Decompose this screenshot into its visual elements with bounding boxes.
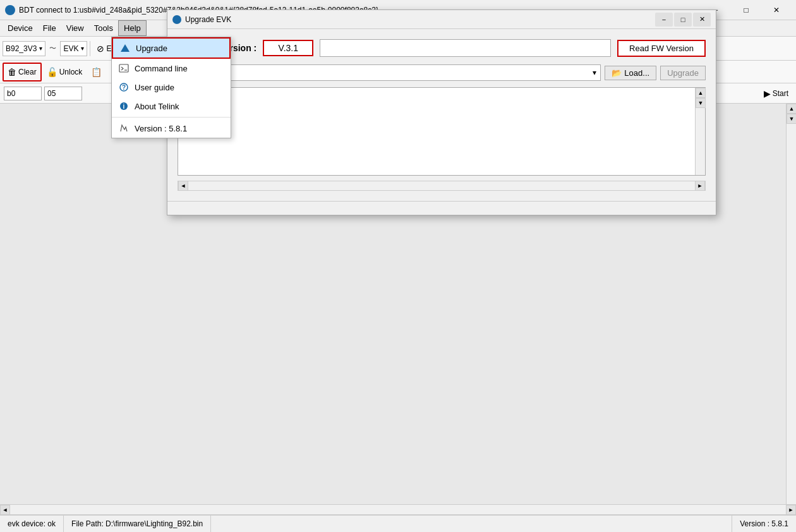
- load-label: Load...: [624, 68, 649, 78]
- dialog-title: Upgrade EVK: [185, 15, 655, 24]
- menu-sep: [112, 117, 231, 118]
- dialog-controls: − □ ✕: [655, 13, 711, 27]
- upgrade-icon: [119, 42, 131, 54]
- about-telink-icon: i: [118, 100, 130, 112]
- dialog-scroll-up[interactable]: ▲: [696, 88, 706, 98]
- dialog-icon: [172, 15, 181, 24]
- load-button[interactable]: 📂 Load...: [605, 66, 656, 80]
- firmware-version-row: Firmware Version : V.3.1 Read FW Version: [178, 39, 706, 57]
- help-menu-about-telink[interactable]: i About Telink: [112, 97, 231, 116]
- fw-version-text: V.3.1: [279, 43, 298, 53]
- dialog-log-area: ▲ ▼: [178, 87, 706, 176]
- dialog-h-scrollbar[interactable]: ◄ ►: [178, 181, 706, 191]
- dialog-scrollbar[interactable]: ▲ ▼: [695, 88, 705, 175]
- load-icon: 📂: [612, 68, 622, 78]
- fw-version-fill: [320, 39, 611, 57]
- dialog-titlebar: Upgrade EVK − □ ✕: [167, 10, 716, 29]
- help-menu-command-line[interactable]: Command line: [112, 59, 231, 78]
- svg-text:?: ?: [122, 84, 126, 91]
- svg-text:i: i: [123, 103, 125, 110]
- command-line-icon: [118, 63, 130, 74]
- dlg-scroll-left[interactable]: ◄: [178, 181, 188, 191]
- dialog-minimize[interactable]: −: [655, 13, 673, 27]
- file-row: ▾ 📂 Load... Upgrade: [178, 64, 706, 81]
- help-about-telink-label: About Telink: [135, 102, 179, 111]
- help-menu-user-guide[interactable]: ? User guide: [112, 78, 231, 97]
- fw-version-value: V.3.1: [263, 40, 313, 56]
- dialog-scroll-down[interactable]: ▼: [696, 98, 706, 108]
- upgrade-btn[interactable]: Upgrade: [660, 66, 706, 80]
- dlg-scroll-right[interactable]: ►: [695, 181, 705, 191]
- read-fw-button[interactable]: Read FW Version: [617, 40, 706, 57]
- help-version-label: Version : 5.8.1: [135, 124, 187, 133]
- version-icon: [118, 123, 130, 134]
- help-user-guide-label: User guide: [135, 83, 174, 92]
- user-guide-icon: ?: [118, 82, 130, 93]
- dialog-close[interactable]: ✕: [693, 13, 711, 27]
- help-upgrade-label: Upgrade: [136, 44, 167, 53]
- help-menu-version: Version : 5.8.1: [112, 119, 231, 138]
- help-command-line-label: Command line: [135, 64, 188, 73]
- file-dropdown[interactable]: ▾: [178, 64, 601, 81]
- help-menu: Upgrade Command line ? User guide i A: [111, 37, 231, 138]
- upgrade-evk-dialog: Upgrade EVK − □ ✕ Firmware Version : V.3…: [167, 9, 716, 215]
- help-menu-upgrade[interactable]: Upgrade: [112, 37, 231, 59]
- dropdown-arrow: ▾: [593, 68, 596, 77]
- svg-rect-0: [119, 64, 128, 72]
- dialog-bottom-bar: [167, 201, 716, 215]
- dialog-content: Firmware Version : V.3.1 Read FW Version…: [167, 29, 716, 201]
- dialog-maximize[interactable]: □: [674, 13, 692, 27]
